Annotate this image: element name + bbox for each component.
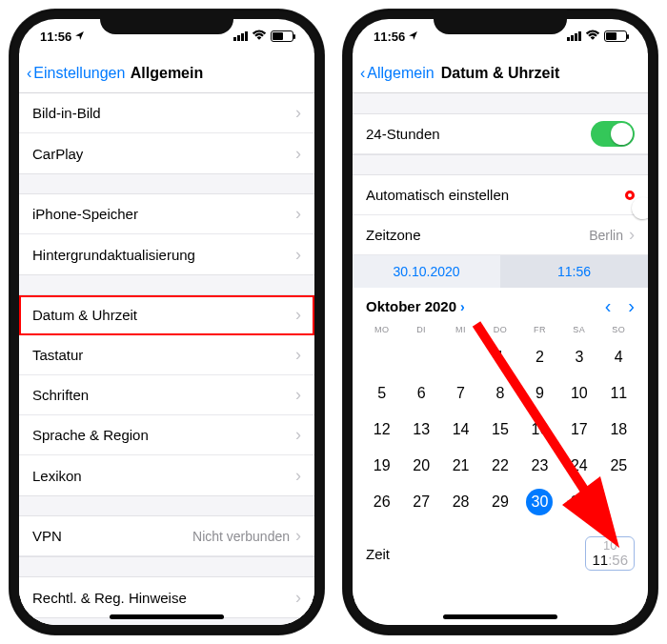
row-carplay[interactable]: CarPlay› [19, 133, 314, 173]
day-cell[interactable]: 27 [401, 493, 440, 512]
next-month-button[interactable]: › [628, 295, 635, 317]
day-cell[interactable]: 24 [559, 456, 598, 475]
phone-left: 11:56 ‹ Einstellungen Allgemein Bild-in-… [10, 10, 324, 634]
battery-icon [604, 30, 627, 42]
row-timezone[interactable]: Zeitzone Berlin› [353, 215, 648, 255]
location-icon [408, 30, 418, 44]
weekday-header: MODIMIDOFRSASO [353, 325, 648, 334]
row-label: Tastatur [32, 347, 83, 363]
row-tastatur[interactable]: Tastatur› [19, 335, 314, 375]
row-iphone-speicher[interactable]: iPhone-Speicher› [19, 194, 314, 234]
day-cell[interactable]: 26 [362, 493, 401, 512]
row-label: iPhone-Speicher [32, 206, 138, 222]
row-time: Zeit 10 11:56 [353, 527, 648, 580]
day-cell[interactable]: 8 [480, 384, 519, 403]
row-auto-set[interactable]: Automatisch einstellen [353, 175, 648, 215]
day-cell [362, 348, 401, 367]
location-icon [74, 30, 85, 44]
row-sprache-region[interactable]: Sprache & Region› [19, 415, 314, 455]
day-cell[interactable]: 21 [441, 456, 480, 475]
day-cell[interactable]: 10 [559, 384, 598, 403]
day-cell[interactable]: 13 [401, 420, 440, 439]
day-cell[interactable]: 4 [599, 348, 638, 367]
row-schriften[interactable]: Schriften› [19, 375, 314, 415]
weekday: MO [362, 325, 401, 334]
day-cell[interactable]: 16 [520, 420, 559, 439]
day-cell[interactable]: 9 [520, 384, 559, 403]
back-label: Allgemein [367, 65, 434, 82]
settings-list[interactable]: Bild-in-Bild›CarPlay› iPhone-Speicher›Hi… [19, 93, 314, 625]
day-cell[interactable]: 28 [441, 493, 480, 512]
day-cell[interactable]: 15 [480, 420, 519, 439]
time-tab[interactable]: 11:56 [500, 255, 648, 288]
row-label: Automatisch einstellen [366, 187, 509, 203]
day-cell[interactable]: 6 [401, 384, 440, 403]
day-cell[interactable]: 25 [599, 456, 638, 475]
row-value: Berlin [589, 228, 623, 243]
toggle-24h[interactable] [591, 121, 635, 147]
row-label: Zeit [366, 546, 390, 562]
chevron-right-icon: › [460, 299, 465, 314]
back-label: Einstellungen [33, 65, 125, 82]
row-label: Rechtl. & Reg. Hinweise [32, 590, 187, 606]
chevron-right-icon: › [295, 103, 301, 123]
row-label: Datum & Uhrzeit [32, 307, 137, 323]
day-cell[interactable]: 19 [362, 456, 401, 475]
day-cell[interactable]: 14 [441, 420, 480, 439]
weekday: FR [520, 325, 559, 334]
notch [100, 10, 233, 34]
day-cell[interactable]: 5 [362, 384, 401, 403]
month-select[interactable]: Oktober 2020› [366, 298, 465, 314]
day-cell[interactable]: 20 [401, 456, 440, 475]
chevron-right-icon: › [295, 345, 301, 365]
calendar-grid[interactable]: 1234567891011121314151617181920212223242… [353, 348, 648, 512]
day-cell[interactable]: 12 [362, 420, 401, 439]
status-time: 11:56 [40, 30, 71, 44]
chevron-right-icon: › [295, 305, 301, 325]
nav-bar: ‹ Allgemein Datum & Uhrzeit [353, 53, 648, 93]
row-vpn[interactable]: VPN Nicht verbunden› [19, 516, 314, 556]
row-label: Hintergrundaktualisierung [32, 247, 195, 263]
weekday: DO [480, 325, 519, 334]
day-cell[interactable]: 3 [559, 348, 598, 367]
prev-month-button[interactable]: ‹ [605, 295, 612, 317]
day-cell[interactable]: 11 [599, 384, 638, 403]
row-label: VPN [32, 528, 62, 544]
month-header: Oktober 2020› ‹ › [353, 288, 648, 319]
row-datum-uhrzeit[interactable]: Datum & Uhrzeit› [19, 295, 314, 335]
home-indicator[interactable] [443, 614, 557, 619]
row-rechtl-reg-hinweise[interactable]: Rechtl. & Reg. Hinweise› [19, 577, 314, 617]
page-title: Allgemein [131, 65, 203, 82]
day-cell[interactable]: 31 [559, 493, 598, 512]
back-button[interactable]: ‹ Allgemein [360, 65, 435, 82]
chevron-right-icon: › [295, 144, 301, 164]
highlight-circle [625, 191, 635, 200]
date-tab[interactable]: 30.10.2020 [353, 255, 500, 288]
nav-bar: ‹ Einstellungen Allgemein [19, 53, 314, 93]
row-lexikon[interactable]: Lexikon› [19, 455, 314, 495]
row-bild-in-bild[interactable]: Bild-in-Bild› [19, 93, 314, 133]
chevron-right-icon: › [295, 588, 301, 608]
chevron-right-icon: › [295, 204, 301, 224]
day-cell[interactable]: 22 [480, 456, 519, 475]
row-hintergrundaktualisierung[interactable]: Hintergrundaktualisierung› [19, 234, 314, 274]
day-cell[interactable]: 2 [520, 348, 559, 367]
chevron-right-icon: › [295, 425, 301, 445]
back-button[interactable]: ‹ Einstellungen [27, 65, 125, 82]
time-picker[interactable]: 10 11:56 [585, 536, 635, 571]
row-24h[interactable]: 24-Stunden [353, 114, 648, 154]
home-indicator[interactable] [110, 614, 224, 619]
day-cell [441, 348, 480, 367]
day-cell[interactable]: 1 [480, 348, 519, 367]
signal-icon [567, 31, 581, 41]
day-cell[interactable]: 30 [520, 493, 559, 512]
datetime-panel: 24-Stunden Automatisch einstellen Zeitzo… [353, 93, 648, 625]
date-time-tabs: 30.10.2020 11:56 [353, 255, 648, 288]
day-cell[interactable]: 23 [520, 456, 559, 475]
day-cell[interactable]: 29 [480, 493, 519, 512]
signal-icon [233, 31, 248, 41]
chevron-left-icon: ‹ [27, 65, 31, 82]
day-cell[interactable]: 17 [559, 420, 598, 439]
day-cell[interactable]: 7 [441, 384, 480, 403]
day-cell[interactable]: 18 [599, 420, 638, 439]
